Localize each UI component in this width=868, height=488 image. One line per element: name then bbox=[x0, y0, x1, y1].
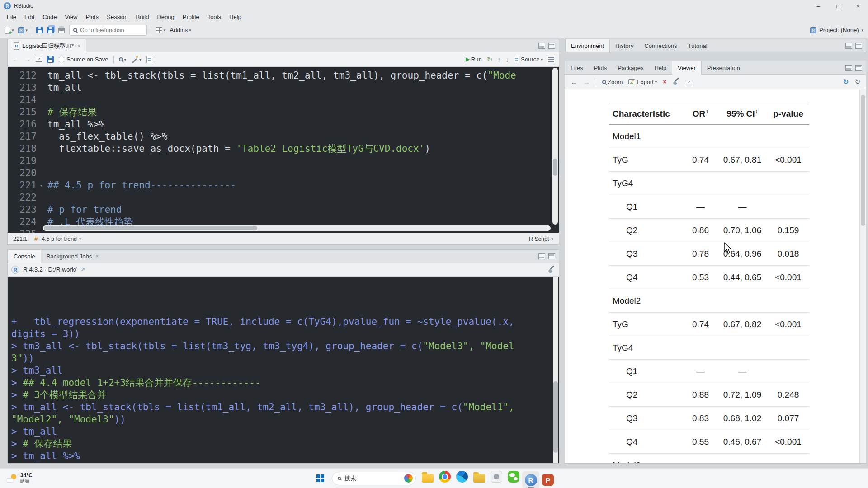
taskbar-app-chrome[interactable] bbox=[436, 468, 453, 485]
save-all-button[interactable] bbox=[47, 27, 54, 33]
scrollbar-thumb[interactable] bbox=[553, 381, 558, 453]
close-tab-icon[interactable]: × bbox=[95, 253, 99, 259]
go-next-section-icon[interactable]: ↓ bbox=[505, 56, 509, 63]
new-file-button[interactable]: ▾ bbox=[5, 27, 14, 34]
pane-layout-button[interactable]: ▾ bbox=[156, 27, 166, 33]
start-button[interactable] bbox=[311, 470, 329, 487]
taskbar-search[interactable]: 搜索 bbox=[332, 472, 416, 485]
tab-history[interactable]: History bbox=[610, 39, 639, 52]
forward-icon[interactable]: → bbox=[24, 56, 31, 63]
tab-environment[interactable]: Environment bbox=[565, 39, 610, 52]
minimize-button[interactable]: – bbox=[808, 0, 828, 12]
refresh-icon[interactable]: ↻ bbox=[854, 78, 860, 86]
close-tab-icon[interactable]: × bbox=[77, 43, 80, 49]
tab-files[interactable]: Files bbox=[565, 61, 588, 74]
menu-tools[interactable]: Tools bbox=[203, 12, 225, 23]
scrollbar-thumb[interactable] bbox=[553, 159, 557, 176]
tab-tutorial[interactable]: Tutorial bbox=[683, 39, 713, 52]
remove-item-icon[interactable]: × bbox=[663, 78, 666, 85]
maximize-pane-icon[interactable] bbox=[855, 43, 862, 49]
taskbar-app-wechat[interactable] bbox=[505, 468, 522, 485]
menu-debug[interactable]: Debug bbox=[153, 12, 178, 23]
menu-build[interactable]: Build bbox=[132, 12, 153, 23]
file-type-selector[interactable]: R Script ▾ bbox=[529, 236, 553, 242]
console-scrollbar[interactable] bbox=[553, 277, 558, 463]
fold-toggle-icon[interactable]: ▾ bbox=[40, 179, 42, 192]
open-new-window-icon[interactable]: ↗ bbox=[36, 57, 42, 62]
new-project-button[interactable]: R▾ bbox=[18, 27, 28, 33]
line-number: 220 bbox=[8, 167, 43, 179]
titlebar[interactable]: R RStudio – □ × bbox=[0, 0, 868, 12]
taskbar-app-edge[interactable] bbox=[453, 468, 471, 485]
project-menu-button[interactable]: R Project: (None) ▾ bbox=[810, 27, 863, 33]
maximize-pane-icon[interactable] bbox=[548, 253, 555, 259]
weather-widget[interactable]: 34°C 晴朗 bbox=[4, 469, 35, 488]
taskbar-app-folder[interactable] bbox=[471, 469, 488, 486]
clear-console-icon[interactable] bbox=[548, 266, 555, 273]
section-selector[interactable]: # 4.5 p for trend ▾ bbox=[34, 236, 81, 242]
tab-viewer[interactable]: Viewer bbox=[672, 61, 702, 75]
tab-help[interactable]: Help bbox=[649, 61, 672, 74]
source-on-save-checkbox[interactable]: Source on Save bbox=[59, 56, 108, 63]
back-icon[interactable]: ← bbox=[12, 56, 19, 63]
taskbar-app-powerpoint[interactable]: P bbox=[539, 471, 557, 488]
tab-console[interactable]: Console bbox=[8, 250, 41, 263]
menu-code[interactable]: Code bbox=[38, 12, 61, 23]
goto-file-function-box[interactable] bbox=[69, 25, 147, 36]
open-directory-icon[interactable]: ↗ bbox=[80, 266, 85, 273]
taskbar-app-rstudio[interactable]: R bbox=[522, 471, 539, 488]
viewer-forward-icon[interactable]: → bbox=[583, 78, 590, 86]
print-button[interactable] bbox=[58, 28, 65, 33]
run-button[interactable]: Run bbox=[466, 56, 482, 63]
minimize-pane-icon[interactable] bbox=[538, 43, 545, 49]
code-tools-button[interactable]: ▾ bbox=[131, 56, 142, 63]
tab-connections[interactable]: Connections bbox=[639, 39, 682, 52]
tab-source-file[interactable]: R Logistic回归模型.R* × bbox=[8, 39, 86, 52]
menu-file[interactable]: File bbox=[3, 12, 20, 23]
close-button[interactable]: × bbox=[848, 0, 868, 12]
viewer-new-window-icon[interactable]: ↗ bbox=[686, 80, 692, 84]
export-button[interactable]: Export▾ bbox=[628, 79, 657, 85]
minimize-pane-icon[interactable] bbox=[845, 43, 852, 49]
save-icon[interactable] bbox=[47, 56, 54, 63]
go-previous-section-icon[interactable]: ↑ bbox=[497, 56, 500, 63]
viewer-scrollbar[interactable] bbox=[859, 89, 866, 463]
tab-packages[interactable]: Packages bbox=[612, 61, 649, 74]
viewer-back-icon[interactable]: ← bbox=[571, 78, 577, 86]
minimize-pane-icon[interactable] bbox=[538, 253, 545, 259]
compile-report-icon[interactable] bbox=[146, 56, 152, 63]
editor-horizontal-scrollbar[interactable] bbox=[43, 225, 551, 231]
r-file-icon: R bbox=[14, 42, 19, 50]
menu-profile[interactable]: Profile bbox=[179, 12, 203, 23]
scrollbar-thumb[interactable] bbox=[44, 226, 257, 230]
rerun-icon[interactable]: ↻ bbox=[487, 56, 493, 64]
taskbar-app-generic[interactable] bbox=[488, 468, 505, 485]
sync-icon[interactable]: ↻ bbox=[843, 78, 849, 86]
menu-session[interactable]: Session bbox=[103, 12, 132, 23]
addins-button[interactable]: Addins▾ bbox=[170, 27, 191, 33]
maximize-pane-icon[interactable] bbox=[548, 43, 555, 49]
find-replace-button[interactable]: ▾ bbox=[119, 57, 127, 62]
menu-edit[interactable]: Edit bbox=[20, 12, 38, 23]
editor-vertical-scrollbar[interactable] bbox=[552, 68, 558, 225]
pane-layout-icon bbox=[156, 27, 162, 33]
goto-file-function-input[interactable] bbox=[80, 27, 139, 33]
clear-all-icon[interactable] bbox=[673, 78, 680, 85]
source-button[interactable]: Source▾ bbox=[514, 56, 543, 63]
maximize-pane-icon[interactable] bbox=[855, 65, 862, 71]
tab-plots[interactable]: Plots bbox=[588, 61, 612, 74]
save-button[interactable] bbox=[36, 27, 43, 33]
zoom-button[interactable]: Zoom bbox=[602, 79, 623, 85]
tab-presentation[interactable]: Presentation bbox=[702, 61, 745, 74]
menu-help[interactable]: Help bbox=[225, 12, 245, 23]
document-outline-icon[interactable] bbox=[548, 57, 554, 62]
menu-view[interactable]: View bbox=[61, 12, 81, 23]
code-editor[interactable]: 212213214215216217218219220221▾222223224… bbox=[8, 67, 559, 233]
tab-background-jobs[interactable]: Background Jobs× bbox=[41, 250, 104, 263]
menu-plots[interactable]: Plots bbox=[81, 12, 103, 23]
scrollbar-thumb[interactable] bbox=[861, 95, 865, 226]
minimize-pane-icon[interactable] bbox=[845, 65, 852, 71]
maximize-button[interactable]: □ bbox=[828, 0, 848, 12]
console-output[interactable]: + tbl_regression(exponentiate = TRUE, in… bbox=[8, 277, 559, 463]
taskbar-app-explorer[interactable] bbox=[419, 469, 436, 486]
